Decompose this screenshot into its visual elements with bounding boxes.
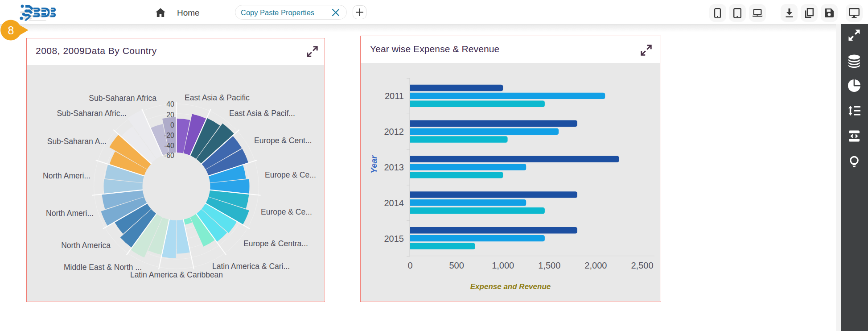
svg-text:2,500: 2,500 [631, 261, 653, 270]
svg-text:Europe & Centra...: Europe & Centra... [243, 239, 308, 248]
svg-text:Year: Year [369, 155, 378, 174]
svg-text:Sub-Saharan Africa: Sub-Saharan Africa [89, 94, 156, 103]
svg-text:North Ameri...: North Ameri... [46, 209, 94, 218]
svg-text:Expense and Revenue: Expense and Revenue [470, 282, 551, 291]
svg-text:Europe & Cent...: Europe & Cent... [254, 136, 312, 145]
svg-text:-40: -40 [164, 142, 174, 149]
svg-text:2011: 2011 [385, 91, 404, 101]
svg-text:2,000: 2,000 [584, 261, 607, 270]
svg-text:East Asia & Pacif...: East Asia & Pacif... [229, 109, 295, 118]
svg-text:North America: North America [61, 241, 111, 250]
svg-text:Sub-Saharan Afric...: Sub-Saharan Afric... [57, 109, 127, 118]
svg-text:Sub-Saharan A...: Sub-Saharan A... [47, 137, 107, 146]
svg-text:Europe & Ce...: Europe & Ce... [261, 207, 312, 216]
svg-text:Middle East & North ...: Middle East & North ... [64, 263, 142, 272]
svg-text:North Ameri...: North Ameri... [43, 171, 91, 180]
svg-text:East Asia & Pacific: East Asia & Pacific [185, 93, 250, 102]
svg-text:Latin America & Cari...: Latin America & Cari... [212, 262, 290, 271]
svg-text:2015: 2015 [384, 234, 404, 244]
svg-text:Europe & Ce...: Europe & Ce... [265, 170, 316, 179]
svg-text:2012: 2012 [384, 127, 404, 137]
svg-text:40: 40 [166, 100, 174, 108]
svg-text:2014: 2014 [384, 198, 404, 208]
svg-text:-20: -20 [164, 132, 174, 139]
svg-text:-60: -60 [164, 152, 174, 159]
svg-text:500: 500 [449, 261, 464, 270]
svg-text:Latin America & Caribbean: Latin America & Caribbean [130, 270, 223, 279]
svg-text:0: 0 [407, 261, 412, 270]
svg-text:20: 20 [166, 111, 174, 119]
svg-text:1,000: 1,000 [492, 261, 514, 270]
svg-text:1,500: 1,500 [538, 261, 560, 270]
svg-text:0: 0 [170, 121, 174, 129]
svg-text:2013: 2013 [384, 162, 404, 172]
